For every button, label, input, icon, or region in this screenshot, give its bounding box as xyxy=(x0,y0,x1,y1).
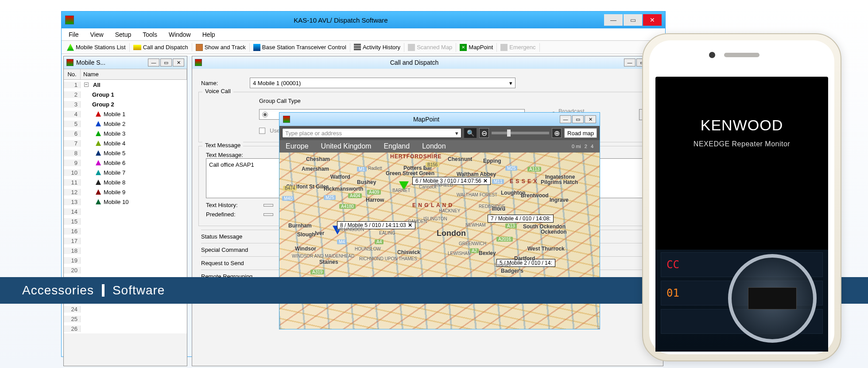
minimize-button[interactable]: — xyxy=(560,115,571,123)
close-button[interactable]: ✕ xyxy=(643,14,662,26)
road-shield: A404 xyxy=(348,193,362,198)
road-shield: A2016 xyxy=(496,237,513,242)
ms-titlebar[interactable]: Mobile S... —▭✕ xyxy=(64,56,187,69)
road-shield: A409 xyxy=(367,190,381,195)
minimize-button[interactable]: — xyxy=(624,59,636,67)
table-row[interactable]: 8Mobile 5 xyxy=(64,148,187,158)
group-call-label: Group Call Type xyxy=(259,98,649,104)
history-button[interactable] xyxy=(264,204,273,207)
speaker-icon xyxy=(724,53,760,57)
place-label: Epping xyxy=(483,158,501,164)
menu-file[interactable]: File xyxy=(64,29,83,40)
mp-titlebar[interactable]: MapPoint — ▭ ✕ xyxy=(279,113,600,126)
place-label: Chesnunt xyxy=(448,156,472,162)
menu-view[interactable]: View xyxy=(86,29,108,40)
table-row[interactable]: 12Mobile 9 xyxy=(64,187,187,197)
table-row[interactable]: 7Mobile 4 xyxy=(64,138,187,148)
cd-titlebar[interactable]: Call and Dispatch —▭✕ xyxy=(192,56,663,69)
road-shield: A319 xyxy=(310,270,324,274)
map-icon xyxy=(196,44,203,51)
zoom-in-button[interactable]: ⊕ xyxy=(552,128,562,138)
table-row[interactable]: 2Group 1 xyxy=(64,90,187,99)
table-row[interactable]: 4Mobile 1 xyxy=(64,109,187,119)
table-row[interactable]: 20 xyxy=(64,265,187,275)
road-shield: M1 xyxy=(357,167,367,172)
unit-tag[interactable]: 7 / Mobile 4 / 010 / 14:08: xyxy=(488,215,554,223)
table-row[interactable]: 15 xyxy=(64,216,187,226)
predefined-button[interactable] xyxy=(264,213,273,216)
text-history-label: Text History: xyxy=(206,202,259,208)
place-label: RICHMOND UPON THAMES xyxy=(359,256,417,261)
table-row[interactable]: 17 xyxy=(64,236,187,246)
crumb-uk[interactable]: United Kingdom xyxy=(321,142,372,150)
digit-display: CC xyxy=(666,258,679,271)
phone-screen: KENWOOD NEXEDGE Repeater Monitor CC 01 xyxy=(655,77,828,352)
col-name[interactable]: Name xyxy=(81,69,187,79)
maximize-button[interactable]: ▭ xyxy=(160,59,172,67)
crumb-europe[interactable]: Europe xyxy=(286,142,309,150)
place-label: HOUNSLOW xyxy=(355,247,381,251)
menu-tools[interactable]: Tools xyxy=(138,29,162,40)
close-button[interactable]: ✕ xyxy=(585,115,596,123)
banner-accessories: Accessories xyxy=(22,283,94,298)
menu-help[interactable]: Help xyxy=(198,29,220,40)
menu-setup[interactable]: Setup xyxy=(111,29,136,40)
ms-title: Mobile S... xyxy=(76,59,148,66)
search-input[interactable]: Type place or address▾ xyxy=(282,128,461,138)
app-icon xyxy=(283,116,290,123)
table-row[interactable]: 25 xyxy=(64,314,187,324)
config-checkbox[interactable] xyxy=(259,128,265,134)
place-label: Ingrave xyxy=(550,197,569,203)
minimize-button[interactable]: — xyxy=(148,59,159,67)
crumb-england[interactable]: England xyxy=(384,142,410,150)
zoom-out-button[interactable]: ⊖ xyxy=(479,128,489,138)
table-row[interactable]: 11Mobile 8 xyxy=(64,177,187,187)
county-label: E S S E X xyxy=(510,178,537,184)
gear-icon xyxy=(500,44,508,51)
table-row[interactable]: 13Mobile 10 xyxy=(64,197,187,207)
table-row[interactable]: 3Group 2 xyxy=(64,99,187,109)
list-icon xyxy=(354,44,361,51)
table-row[interactable]: 10Mobile 7 xyxy=(64,168,187,177)
place-label: Staines xyxy=(319,259,338,265)
table-row[interactable]: 1−All xyxy=(64,80,187,90)
minimize-button[interactable]: — xyxy=(604,14,623,26)
table-row[interactable]: 19 xyxy=(64,255,187,265)
tb-show-track[interactable]: Show and Track xyxy=(192,43,250,52)
place-label: Iver xyxy=(315,230,324,236)
table-row[interactable]: 5Mobile 2 xyxy=(64,119,187,129)
tb-mappoint[interactable]: ✕MapPoint xyxy=(456,43,497,52)
table-row[interactable]: 18 xyxy=(64,246,187,255)
crumb-london[interactable]: London xyxy=(422,142,446,150)
close-icon[interactable]: ✕ xyxy=(483,178,488,184)
tb-call-dispatch[interactable]: Call and Dispatch xyxy=(130,43,192,51)
road-shield: M25 xyxy=(324,195,336,200)
place-label: London xyxy=(437,229,466,238)
close-button[interactable]: ✕ xyxy=(173,59,184,67)
map-mode-select[interactable]: Road map xyxy=(564,128,597,138)
table-row[interactable]: 24 xyxy=(64,304,187,314)
place-label: Cannock xyxy=(419,184,436,189)
table-row[interactable]: 26 xyxy=(64,324,187,333)
app-icon xyxy=(66,59,74,66)
maximize-button[interactable]: ▭ xyxy=(572,115,584,123)
tb-mobile-stations[interactable]: Mobile Stations List xyxy=(63,43,130,52)
main-titlebar[interactable]: KAS-10 AVL/ Dispatch Software — ▭ ✕ xyxy=(62,12,665,28)
col-no[interactable]: No. xyxy=(64,69,81,79)
place-label: EALING xyxy=(379,231,395,235)
maximize-button[interactable]: ▭ xyxy=(624,14,642,26)
search-button[interactable]: 🔍 xyxy=(464,128,477,138)
tb-base-station[interactable]: Base Station Transceiver Control xyxy=(250,43,350,52)
road-shield: B156 xyxy=(426,162,439,167)
table-row[interactable]: 14 xyxy=(64,207,187,216)
name-select[interactable]: 4 Mobile 1 (00001)▾ xyxy=(250,78,515,88)
table-row[interactable]: 6Mobile 3 xyxy=(64,129,187,138)
scan-icon xyxy=(408,44,415,51)
table-row[interactable]: 9Mobile 6 xyxy=(64,158,187,168)
digit-display: 01 xyxy=(666,287,679,299)
table-row[interactable]: 16 xyxy=(64,226,187,236)
menu-window[interactable]: Window xyxy=(164,29,195,40)
breadcrumb: Europe United Kingdom England London 0 m… xyxy=(279,140,600,153)
tb-activity[interactable]: Activity History xyxy=(350,43,404,52)
zoom-slider[interactable] xyxy=(492,132,549,134)
